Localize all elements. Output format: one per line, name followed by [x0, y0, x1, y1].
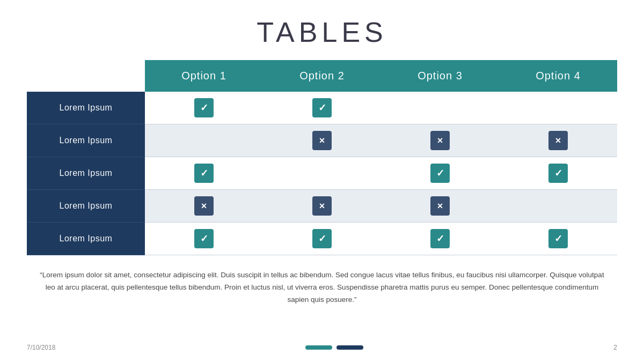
- slide: TABLES Option 1 Option 2 Option 3 Option…: [0, 0, 644, 362]
- cell-2-1: [263, 157, 381, 190]
- nav-dot-2[interactable]: [336, 345, 363, 350]
- cell-4-0: ✓: [145, 223, 263, 255]
- header-col1: Option 1: [145, 60, 263, 92]
- cross-icon: ×: [430, 131, 450, 150]
- cell-0-2: [381, 92, 499, 124]
- check-icon: ✓: [430, 164, 450, 183]
- cell-2-3: ✓: [499, 157, 617, 190]
- cell-0-0: ✓: [145, 92, 263, 124]
- header-row: Option 1 Option 2 Option 3 Option 4: [27, 60, 617, 92]
- slide-title: TABLES: [257, 16, 387, 48]
- header-col3: Option 3: [381, 60, 499, 92]
- cell-0-1: ✓: [263, 92, 381, 124]
- cross-icon: ×: [194, 196, 214, 216]
- cell-2-0: ✓: [145, 157, 263, 190]
- cross-icon: ×: [312, 131, 332, 150]
- check-icon: ✓: [548, 229, 568, 248]
- row-label: Lorem Ipsum: [27, 157, 145, 190]
- row-label: Lorem Ipsum: [27, 124, 145, 157]
- cell-3-0: ×: [145, 190, 263, 223]
- header-col2: Option 2: [263, 60, 381, 92]
- row-label: Lorem Ipsum: [27, 92, 145, 124]
- cross-icon: ×: [430, 196, 450, 216]
- footer-navigation: [305, 345, 363, 350]
- footer-page-number: 2: [613, 344, 617, 351]
- check-icon: ✓: [194, 164, 214, 183]
- row-label: Lorem Ipsum: [27, 223, 145, 255]
- cell-3-2: ×: [381, 190, 499, 223]
- cell-1-1: ×: [263, 124, 381, 157]
- cross-icon: ×: [312, 196, 332, 216]
- check-icon: ✓: [194, 98, 214, 117]
- row-label: Lorem Ipsum: [27, 190, 145, 223]
- cell-4-1: ✓: [263, 223, 381, 255]
- table-row: Lorem Ipsum×××: [27, 124, 617, 157]
- check-icon: ✓: [312, 229, 332, 248]
- cell-0-3: [499, 92, 617, 124]
- check-icon: ✓: [312, 98, 332, 117]
- table-row: Lorem Ipsum✓✓: [27, 92, 617, 124]
- footer: 7/10/2018 2: [27, 344, 617, 351]
- header-col4: Option 4: [499, 60, 617, 92]
- comparison-table: Option 1 Option 2 Option 3 Option 4 Lore…: [27, 60, 617, 255]
- check-icon: ✓: [548, 164, 568, 183]
- cell-3-3: [499, 190, 617, 223]
- cell-4-2: ✓: [381, 223, 499, 255]
- cell-3-1: ×: [263, 190, 381, 223]
- table-row: Lorem Ipsum✓✓✓: [27, 157, 617, 190]
- nav-dot-1[interactable]: [305, 345, 332, 350]
- table-row: Lorem Ipsum×××: [27, 190, 617, 223]
- cell-2-2: ✓: [381, 157, 499, 190]
- cell-4-3: ✓: [499, 223, 617, 255]
- check-icon: ✓: [194, 229, 214, 248]
- table-row: Lorem Ipsum✓✓✓✓: [27, 223, 617, 255]
- header-col0: [27, 60, 145, 92]
- cell-1-2: ×: [381, 124, 499, 157]
- comparison-table-wrapper: Option 1 Option 2 Option 3 Option 4 Lore…: [27, 60, 617, 255]
- cell-1-3: ×: [499, 124, 617, 157]
- quote-text: “Lorem ipsum dolor sit amet, consectetur…: [38, 269, 606, 306]
- cell-1-0: [145, 124, 263, 157]
- check-icon: ✓: [430, 229, 450, 248]
- footer-date: 7/10/2018: [27, 344, 55, 351]
- cross-icon: ×: [548, 131, 568, 150]
